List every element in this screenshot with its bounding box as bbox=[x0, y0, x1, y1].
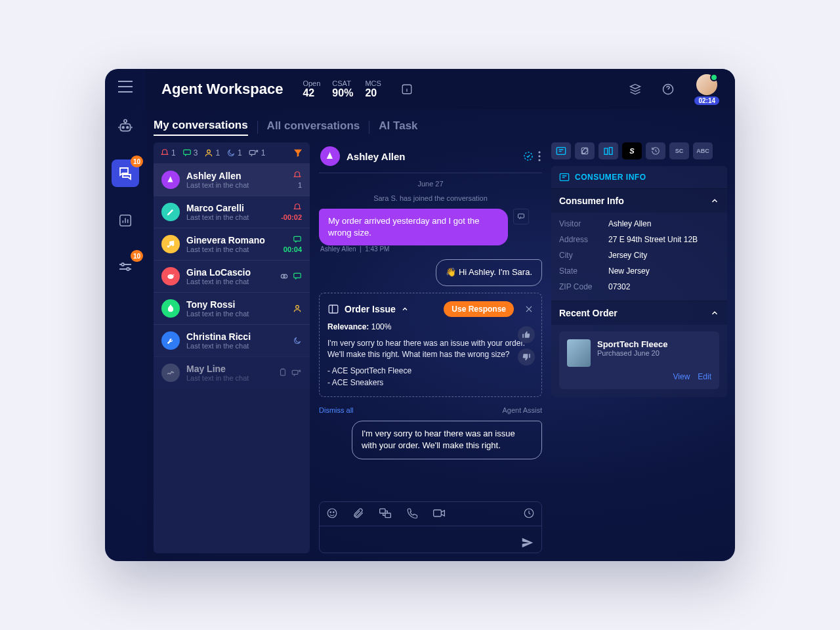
order-view-link[interactable]: View bbox=[673, 372, 690, 381]
conversation-row[interactable]: May Line Last text in the chat bbox=[154, 356, 310, 388]
svg-point-6 bbox=[127, 268, 129, 270]
nav-analytics[interactable] bbox=[112, 207, 139, 234]
conversation-row[interactable]: Gina LoCascio Last text in the chat bbox=[154, 260, 310, 292]
suggest-response-icon[interactable] bbox=[513, 209, 529, 224]
agent-assist-label: Agent Assist bbox=[502, 406, 542, 414]
contact-name: Marco Carelli bbox=[186, 203, 274, 213]
layers-icon[interactable] bbox=[629, 83, 642, 96]
consumer-info-card: CONSUMER INFO Consumer Info VisitorAshle… bbox=[551, 166, 727, 397]
send-icon[interactable] bbox=[520, 536, 535, 550]
tool-abc[interactable]: ABC bbox=[693, 142, 713, 159]
svg-point-5 bbox=[121, 263, 124, 266]
svg-rect-31 bbox=[434, 510, 442, 516]
inbound-message-meta: Ashley Allen | 1:43 PM bbox=[320, 245, 542, 253]
thumbs-down-icon[interactable] bbox=[518, 348, 535, 366]
svg-point-10 bbox=[207, 150, 211, 153]
svg-rect-36 bbox=[609, 148, 612, 155]
tabs: My conversations All conversations AI Ta… bbox=[146, 110, 735, 142]
contact-preview: Last text in the chat bbox=[186, 181, 286, 189]
conversation-row[interactable]: Christina Ricci Last text in the chat bbox=[154, 324, 310, 356]
tool-consumer-info[interactable] bbox=[551, 142, 571, 159]
tool-history[interactable] bbox=[646, 142, 665, 159]
hamburger-menu-icon[interactable] bbox=[118, 81, 133, 93]
page-title: Agent Workspace bbox=[161, 81, 283, 98]
dismiss-all-link[interactable]: Dismiss all bbox=[319, 406, 354, 414]
chevron-up-icon[interactable] bbox=[401, 305, 409, 313]
section-consumer-info[interactable]: Consumer Info bbox=[551, 188, 727, 213]
nav-bot[interactable] bbox=[112, 112, 139, 140]
svg-point-28 bbox=[333, 512, 335, 513]
nav-conversations[interactable]: 10 bbox=[112, 159, 139, 187]
assist-body: I'm very sorry to hear there was an issu… bbox=[327, 338, 534, 389]
assist-title: Order Issue bbox=[345, 304, 396, 314]
nav-settings[interactable]: 10 bbox=[112, 254, 139, 282]
tab-my-conversations[interactable]: My conversations bbox=[154, 119, 248, 136]
user-avatar[interactable]: 02:14 bbox=[694, 74, 719, 105]
svg-point-27 bbox=[330, 512, 331, 513]
chevron-up-icon bbox=[710, 308, 719, 318]
conversation-list: 1 3 1 1 1 bbox=[154, 142, 310, 553]
phone-icon[interactable] bbox=[406, 507, 418, 519]
app-window: 10 10 Agent Workspace Open 42 CSAT 90% M… bbox=[105, 69, 735, 561]
svg-point-13 bbox=[167, 274, 173, 279]
video-icon[interactable] bbox=[432, 508, 446, 518]
chat-avatar-icon bbox=[320, 146, 340, 166]
conversation-row[interactable]: Ginevera Romano Last text in the chat 00… bbox=[154, 228, 310, 260]
tab-all-conversations[interactable]: All conversations bbox=[267, 119, 360, 135]
filter-bar: 1 3 1 1 1 bbox=[154, 142, 310, 163]
conversation-row[interactable]: Ashley Allen Last text in the chat 1 bbox=[154, 163, 310, 196]
transfer-icon[interactable] bbox=[379, 507, 392, 519]
date-divider: June 27 bbox=[319, 180, 542, 188]
row-status bbox=[280, 272, 302, 281]
svg-point-23 bbox=[538, 155, 540, 157]
contact-avatar-icon bbox=[161, 364, 180, 382]
chat-body: June 27 Sara S. has joined the conversat… bbox=[319, 173, 542, 496]
status-ring-icon[interactable] bbox=[522, 150, 534, 162]
filter-escalated[interactable]: 1 bbox=[249, 148, 266, 158]
svg-point-18 bbox=[296, 305, 299, 308]
tool-sc[interactable]: SC bbox=[669, 142, 689, 159]
close-icon[interactable] bbox=[524, 304, 534, 314]
contact-name: Tony Rossi bbox=[186, 299, 286, 310]
info-icon[interactable] bbox=[401, 83, 413, 95]
workspace: 1 3 1 1 1 bbox=[146, 142, 735, 561]
svg-point-0 bbox=[124, 119, 127, 122]
conversation-row[interactable]: Tony Rossi Last text in the chat bbox=[154, 292, 310, 324]
tool-logo[interactable]: S bbox=[622, 142, 642, 159]
svg-point-3 bbox=[127, 127, 129, 129]
row-status: 1 bbox=[293, 171, 302, 189]
svg-rect-12 bbox=[294, 236, 301, 241]
nav-conversations-badge: 10 bbox=[131, 156, 143, 167]
avatar-icon bbox=[696, 74, 717, 95]
svg-rect-30 bbox=[385, 513, 390, 518]
tool-buildings[interactable] bbox=[598, 142, 618, 159]
conversation-row[interactable]: Marco Carelli Last text in the chat -00:… bbox=[154, 196, 310, 228]
order-subtitle: Purchased June 20 bbox=[597, 349, 667, 357]
filter-urgent[interactable]: 1 bbox=[160, 148, 176, 158]
filter-agent[interactable]: 1 bbox=[204, 148, 220, 158]
chat-contact-name: Ashley Allen bbox=[346, 151, 405, 162]
tab-ai-task[interactable]: AI Task bbox=[379, 119, 417, 135]
use-response-button[interactable]: Use Response bbox=[444, 301, 514, 317]
svg-point-24 bbox=[538, 159, 540, 161]
schedule-icon[interactable] bbox=[523, 507, 535, 519]
row-status bbox=[278, 368, 302, 377]
section-recent-order[interactable]: Recent Order bbox=[551, 301, 727, 325]
emoji-icon[interactable] bbox=[326, 507, 338, 519]
filter-funnel-icon[interactable] bbox=[293, 148, 303, 158]
outbound-message: 👋 Hi Ashley. I'm Sara. bbox=[436, 259, 542, 285]
filter-open[interactable]: 3 bbox=[182, 148, 198, 158]
chat-menu-icon[interactable] bbox=[538, 151, 541, 161]
context-panel: S SC ABC CONSUMER INFO Consumer Info bbox=[551, 142, 727, 553]
filter-idle[interactable]: 1 bbox=[226, 148, 242, 158]
help-icon[interactable] bbox=[662, 83, 675, 96]
attachment-icon[interactable] bbox=[352, 507, 364, 519]
order-edit-link[interactable]: Edit bbox=[698, 372, 711, 381]
thumbs-up-icon[interactable] bbox=[518, 326, 535, 343]
svg-rect-19 bbox=[281, 369, 285, 375]
tool-notes[interactable] bbox=[575, 142, 595, 159]
metrics: Open 42 CSAT 90% MCS 20 bbox=[303, 79, 381, 99]
product-thumbnail bbox=[567, 339, 591, 367]
message-composer[interactable] bbox=[319, 501, 542, 553]
contact-avatar-icon bbox=[161, 267, 180, 285]
